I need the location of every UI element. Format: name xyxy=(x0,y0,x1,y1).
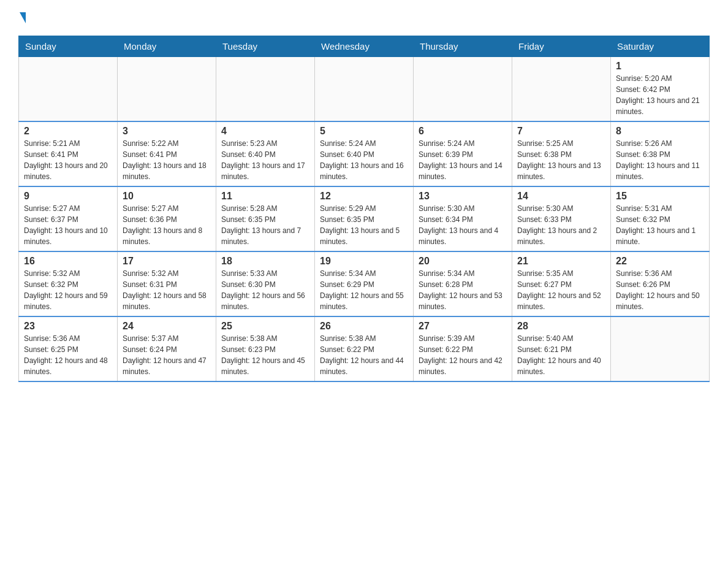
day-number: 1 xyxy=(616,61,704,72)
day-info: Sunrise: 5:32 AMSunset: 6:31 PMDaylight:… xyxy=(123,268,211,312)
day-info: Sunrise: 5:39 AMSunset: 6:22 PMDaylight:… xyxy=(419,333,507,377)
day-number: 26 xyxy=(320,321,408,332)
calendar-cell xyxy=(414,57,512,122)
calendar-cell: 16Sunrise: 5:32 AMSunset: 6:32 PMDayligh… xyxy=(19,251,118,316)
day-info: Sunrise: 5:40 AMSunset: 6:21 PMDaylight:… xyxy=(517,333,605,377)
calendar-cell: 10Sunrise: 5:27 AMSunset: 6:36 PMDayligh… xyxy=(118,186,216,251)
calendar-cell: 26Sunrise: 5:38 AMSunset: 6:22 PMDayligh… xyxy=(315,316,414,381)
day-number: 16 xyxy=(24,256,112,267)
calendar-week-row: 9Sunrise: 5:27 AMSunset: 6:37 PMDaylight… xyxy=(19,186,710,251)
day-info: Sunrise: 5:28 AMSunset: 6:35 PMDaylight:… xyxy=(221,203,309,247)
day-info: Sunrise: 5:31 AMSunset: 6:32 PMDaylight:… xyxy=(616,203,704,247)
day-number: 27 xyxy=(419,321,507,332)
day-number: 12 xyxy=(320,191,408,202)
calendar-cell: 7Sunrise: 5:25 AMSunset: 6:38 PMDaylight… xyxy=(512,121,611,186)
calendar-cell: 27Sunrise: 5:39 AMSunset: 6:22 PMDayligh… xyxy=(414,316,512,381)
day-info: Sunrise: 5:37 AMSunset: 6:24 PMDaylight:… xyxy=(123,333,211,377)
day-number: 24 xyxy=(123,321,211,332)
day-number: 22 xyxy=(616,256,704,267)
day-number: 13 xyxy=(419,191,507,202)
day-info: Sunrise: 5:21 AMSunset: 6:41 PMDaylight:… xyxy=(24,138,112,182)
calendar-cell xyxy=(611,316,710,381)
calendar-cell: 5Sunrise: 5:24 AMSunset: 6:40 PMDaylight… xyxy=(315,121,414,186)
day-info: Sunrise: 5:24 AMSunset: 6:40 PMDaylight:… xyxy=(320,138,408,182)
day-of-week-header: Wednesday xyxy=(315,36,414,57)
day-number: 3 xyxy=(123,126,211,137)
day-of-week-header: Friday xyxy=(512,36,611,57)
day-number: 23 xyxy=(24,321,112,332)
day-number: 28 xyxy=(517,321,605,332)
day-info: Sunrise: 5:33 AMSunset: 6:30 PMDaylight:… xyxy=(221,268,309,312)
calendar-table: SundayMondayTuesdayWednesdayThursdayFrid… xyxy=(18,36,710,382)
calendar-cell: 4Sunrise: 5:23 AMSunset: 6:40 PMDaylight… xyxy=(216,121,315,186)
day-number: 19 xyxy=(320,256,408,267)
day-number: 2 xyxy=(24,126,112,137)
logo xyxy=(18,12,26,23)
calendar-cell: 21Sunrise: 5:35 AMSunset: 6:27 PMDayligh… xyxy=(512,251,611,316)
calendar-cell: 22Sunrise: 5:36 AMSunset: 6:26 PMDayligh… xyxy=(611,251,710,316)
logo-flag-icon xyxy=(20,12,26,23)
day-info: Sunrise: 5:26 AMSunset: 6:38 PMDaylight:… xyxy=(616,138,704,182)
day-number: 20 xyxy=(419,256,507,267)
day-info: Sunrise: 5:36 AMSunset: 6:25 PMDaylight:… xyxy=(24,333,112,377)
day-info: Sunrise: 5:38 AMSunset: 6:23 PMDaylight:… xyxy=(221,333,309,377)
day-info: Sunrise: 5:25 AMSunset: 6:38 PMDaylight:… xyxy=(517,138,605,182)
calendar-cell: 28Sunrise: 5:40 AMSunset: 6:21 PMDayligh… xyxy=(512,316,611,381)
calendar-cell: 8Sunrise: 5:26 AMSunset: 6:38 PMDaylight… xyxy=(611,121,710,186)
calendar-cell: 19Sunrise: 5:34 AMSunset: 6:29 PMDayligh… xyxy=(315,251,414,316)
calendar-body: 1Sunrise: 5:20 AMSunset: 6:42 PMDaylight… xyxy=(19,57,710,382)
calendar-cell: 24Sunrise: 5:37 AMSunset: 6:24 PMDayligh… xyxy=(118,316,216,381)
day-number: 15 xyxy=(616,191,704,202)
calendar-cell: 23Sunrise: 5:36 AMSunset: 6:25 PMDayligh… xyxy=(19,316,118,381)
calendar-cell: 6Sunrise: 5:24 AMSunset: 6:39 PMDaylight… xyxy=(414,121,512,186)
day-info: Sunrise: 5:34 AMSunset: 6:29 PMDaylight:… xyxy=(320,268,408,312)
days-of-week-row: SundayMondayTuesdayWednesdayThursdayFrid… xyxy=(19,36,710,57)
day-of-week-header: Thursday xyxy=(414,36,512,57)
calendar-week-row: 1Sunrise: 5:20 AMSunset: 6:42 PMDaylight… xyxy=(19,57,710,122)
day-info: Sunrise: 5:35 AMSunset: 6:27 PMDaylight:… xyxy=(517,268,605,312)
day-number: 9 xyxy=(24,191,112,202)
calendar-cell: 17Sunrise: 5:32 AMSunset: 6:31 PMDayligh… xyxy=(118,251,216,316)
day-info: Sunrise: 5:36 AMSunset: 6:26 PMDaylight:… xyxy=(616,268,704,312)
day-info: Sunrise: 5:22 AMSunset: 6:41 PMDaylight:… xyxy=(123,138,211,182)
day-number: 10 xyxy=(123,191,211,202)
calendar-cell: 11Sunrise: 5:28 AMSunset: 6:35 PMDayligh… xyxy=(216,186,315,251)
day-info: Sunrise: 5:30 AMSunset: 6:34 PMDaylight:… xyxy=(419,203,507,247)
day-of-week-header: Monday xyxy=(118,36,216,57)
calendar-cell: 1Sunrise: 5:20 AMSunset: 6:42 PMDaylight… xyxy=(611,57,710,122)
day-info: Sunrise: 5:34 AMSunset: 6:28 PMDaylight:… xyxy=(419,268,507,312)
day-number: 21 xyxy=(517,256,605,267)
day-info: Sunrise: 5:38 AMSunset: 6:22 PMDaylight:… xyxy=(320,333,408,377)
calendar-cell: 13Sunrise: 5:30 AMSunset: 6:34 PMDayligh… xyxy=(414,186,512,251)
day-info: Sunrise: 5:24 AMSunset: 6:39 PMDaylight:… xyxy=(419,138,507,182)
calendar-week-row: 2Sunrise: 5:21 AMSunset: 6:41 PMDaylight… xyxy=(19,121,710,186)
day-info: Sunrise: 5:27 AMSunset: 6:36 PMDaylight:… xyxy=(123,203,211,247)
day-number: 6 xyxy=(419,126,507,137)
calendar-cell: 15Sunrise: 5:31 AMSunset: 6:32 PMDayligh… xyxy=(611,186,710,251)
calendar-cell xyxy=(512,57,611,122)
day-number: 25 xyxy=(221,321,309,332)
calendar-cell: 9Sunrise: 5:27 AMSunset: 6:37 PMDaylight… xyxy=(19,186,118,251)
day-info: Sunrise: 5:32 AMSunset: 6:32 PMDaylight:… xyxy=(24,268,112,312)
day-info: Sunrise: 5:23 AMSunset: 6:40 PMDaylight:… xyxy=(221,138,309,182)
calendar-cell xyxy=(19,57,118,122)
day-number: 4 xyxy=(221,126,309,137)
day-of-week-header: Sunday xyxy=(19,36,118,57)
calendar-cell xyxy=(216,57,315,122)
calendar-week-row: 23Sunrise: 5:36 AMSunset: 6:25 PMDayligh… xyxy=(19,316,710,381)
calendar-cell: 12Sunrise: 5:29 AMSunset: 6:35 PMDayligh… xyxy=(315,186,414,251)
calendar-header: SundayMondayTuesdayWednesdayThursdayFrid… xyxy=(19,36,710,57)
day-number: 11 xyxy=(221,191,309,202)
calendar-cell: 18Sunrise: 5:33 AMSunset: 6:30 PMDayligh… xyxy=(216,251,315,316)
page-header xyxy=(18,12,710,23)
calendar-cell: 25Sunrise: 5:38 AMSunset: 6:23 PMDayligh… xyxy=(216,316,315,381)
calendar-cell xyxy=(118,57,216,122)
calendar-week-row: 16Sunrise: 5:32 AMSunset: 6:32 PMDayligh… xyxy=(19,251,710,316)
calendar-cell xyxy=(315,57,414,122)
day-number: 7 xyxy=(517,126,605,137)
day-number: 14 xyxy=(517,191,605,202)
day-info: Sunrise: 5:20 AMSunset: 6:42 PMDaylight:… xyxy=(616,73,704,117)
day-number: 5 xyxy=(320,126,408,137)
calendar-cell: 2Sunrise: 5:21 AMSunset: 6:41 PMDaylight… xyxy=(19,121,118,186)
calendar-cell: 20Sunrise: 5:34 AMSunset: 6:28 PMDayligh… xyxy=(414,251,512,316)
